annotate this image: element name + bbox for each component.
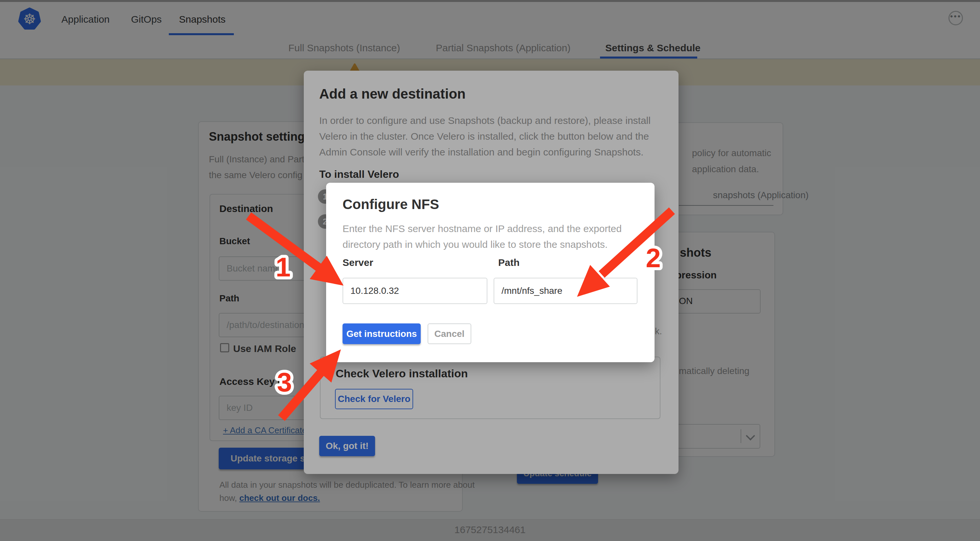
nfs-desc-line1: Enter the NFS server hostname or IP addr… — [342, 221, 622, 237]
nfs-path-label: Path — [498, 257, 520, 268]
nfs-desc-line2: directory path in which you would like t… — [342, 237, 622, 252]
server-label: Server — [342, 257, 373, 268]
configure-nfs-desc: Enter the NFS server hostname or IP addr… — [342, 221, 622, 252]
get-instructions-button[interactable]: Get instructions — [342, 323, 421, 344]
server-input[interactable] — [342, 278, 487, 304]
configure-nfs-modal: Configure NFS Enter the NFS server hostn… — [326, 183, 654, 362]
screen: ☸ Application GitOps Snapshots ••• Full … — [0, 0, 980, 541]
nfs-path-input[interactable] — [493, 278, 638, 304]
cancel-button[interactable]: Cancel — [428, 323, 471, 344]
configure-nfs-title: Configure NFS — [342, 196, 439, 212]
